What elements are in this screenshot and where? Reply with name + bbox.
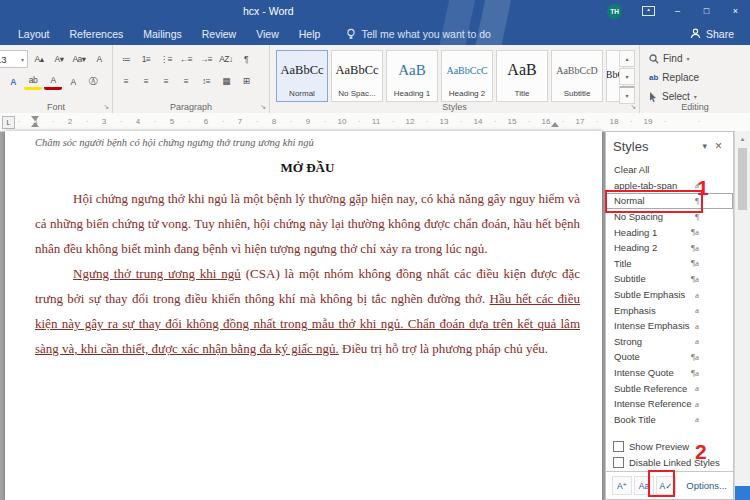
- align-center-button[interactable]: ≡: [137, 72, 155, 89]
- bullets-button[interactable]: ≔: [117, 50, 135, 67]
- tab-layout[interactable]: Layout: [8, 22, 60, 45]
- manage-styles-button[interactable]: A✓: [656, 476, 676, 495]
- style-type-marker: a: [695, 336, 699, 346]
- styles-pane-footer-buttons: A⁺AaA✓: [612, 476, 676, 495]
- disable-linked-styles-checkbox[interactable]: Disable Linked Styles: [613, 455, 720, 469]
- ruler-number: 6: [204, 117, 208, 126]
- horizontal-ruler[interactable]: L ·1·2·3·4·5·6·7·8·9·10·11·12·13·14·15·1…: [0, 113, 750, 132]
- align-right-button[interactable]: ≡: [157, 72, 175, 89]
- document-page[interactable]: Chăm sóc người bệnh có hội chứng ngưng t…: [5, 131, 602, 500]
- font-size-combobox[interactable]: 13 ▾: [0, 50, 28, 68]
- style-item-strong[interactable]: Stronga: [606, 334, 733, 350]
- justify-button[interactable]: ≡: [177, 72, 195, 89]
- select-cursor-icon: [649, 92, 658, 102]
- clear-formatting-button[interactable]: A: [90, 51, 108, 68]
- style-item-intense-emphasis[interactable]: Intense Emphasisa: [606, 318, 733, 334]
- style-item-no-spacing[interactable]: No Spacing¶: [606, 209, 733, 225]
- decrease-indent-button[interactable]: ←≡: [177, 50, 195, 67]
- style-item-book-title[interactable]: Book Titlea: [606, 412, 733, 428]
- tab-help[interactable]: Help: [289, 22, 331, 45]
- style-item-emphasis[interactable]: Emphasisa: [606, 302, 733, 318]
- right-indent-marker[interactable]: [551, 122, 559, 127]
- paragraph-dialog-launcher[interactable]: ↘: [260, 103, 266, 111]
- shading-button[interactable]: ▦: [217, 72, 235, 89]
- replace-button[interactable]: ab Replace: [640, 68, 750, 87]
- line-spacing-button[interactable]: ↕≡: [197, 72, 215, 89]
- options-link[interactable]: Options...: [686, 480, 727, 491]
- character-shading-button[interactable]: A: [64, 73, 82, 90]
- style-gallery-item-heading-1[interactable]: AaBHeading 1: [386, 50, 438, 102]
- show-marks-button[interactable]: ¶: [237, 50, 255, 67]
- ribbon-display-options-button[interactable]: ▴: [634, 0, 663, 22]
- styles-dialog-launcher[interactable]: ↘: [630, 103, 636, 111]
- scrollbar-thumb[interactable]: [738, 148, 747, 210]
- style-gallery-item-subtitle[interactable]: AaBbCcDSubtitle: [551, 50, 603, 102]
- style-item-label: Subtle Emphasis: [614, 289, 685, 300]
- multilevel-list-button[interactable]: ⋮≡: [157, 50, 175, 67]
- style-item-label: Heading 1: [614, 227, 657, 238]
- highlight-color-button[interactable]: ab: [24, 73, 42, 90]
- style-item-title[interactable]: Title¶a: [606, 256, 733, 272]
- styles-pane-menu-icon[interactable]: ▾: [698, 141, 711, 151]
- vertical-scrollbar[interactable]: ▲: [734, 131, 750, 500]
- find-button[interactable]: Find ▾: [640, 49, 750, 68]
- style-label: Heading 2: [449, 89, 485, 101]
- show-preview-checkbox[interactable]: Show Preview: [613, 439, 689, 453]
- style-item-subtle-emphasis[interactable]: Subtle Emphasisa: [606, 287, 733, 303]
- style-item-subtle-reference[interactable]: Subtle Referencea: [606, 380, 733, 396]
- numbering-button[interactable]: 1≡: [137, 50, 155, 67]
- tell-me-box[interactable]: Tell me what you want to do: [346, 28, 491, 40]
- style-item-clear-all[interactable]: Clear All: [606, 162, 733, 178]
- text-effects-button[interactable]: A: [4, 73, 22, 90]
- account-avatar[interactable]: TH: [607, 4, 622, 19]
- style-inspector-button[interactable]: Aa: [634, 476, 654, 495]
- ruler-dot: ·: [222, 117, 225, 126]
- ruler-dot: ·: [290, 117, 293, 126]
- share-button[interactable]: Share: [690, 28, 734, 40]
- style-item-normal[interactable]: Normal¶: [606, 193, 733, 209]
- style-gallery-item-normal[interactable]: AaBbCcNormal: [276, 50, 328, 102]
- checkbox-icon: [613, 441, 624, 452]
- minimize-button[interactable]: –: [663, 0, 692, 22]
- style-gallery-item-no-spacing[interactable]: AaBbCcNo Spac...: [331, 50, 383, 102]
- scroll-up-icon[interactable]: ▲: [735, 131, 750, 146]
- style-item-intense-quote[interactable]: Intense Quote¶a: [606, 365, 733, 381]
- style-gallery-item-title[interactable]: AaBTitle: [496, 50, 548, 102]
- align-left-button[interactable]: ≡: [117, 72, 135, 89]
- ruler-dot: ·: [188, 117, 191, 126]
- tab-references[interactable]: References: [60, 22, 134, 45]
- sort-button[interactable]: AZ↓: [217, 50, 235, 67]
- borders-button[interactable]: ⊞: [237, 72, 255, 89]
- style-item-heading-2[interactable]: Heading 2¶a: [606, 240, 733, 256]
- maximize-button[interactable]: □: [692, 0, 721, 22]
- font-dialog-launcher[interactable]: ↘: [103, 103, 109, 111]
- checkbox-icon: [613, 457, 624, 468]
- select-caret-icon: ▾: [694, 93, 697, 100]
- style-item-subtitle[interactable]: Subtitle¶a: [606, 271, 733, 287]
- font-color-button[interactable]: A: [44, 73, 62, 90]
- style-item-quote[interactable]: Quote¶a: [606, 349, 733, 365]
- ruler-tab-selector[interactable]: L: [2, 116, 15, 129]
- gallery-scroll-up-icon[interactable]: ▴: [619, 50, 635, 67]
- tab-review[interactable]: Review: [192, 22, 246, 45]
- style-item-apple-tab-span[interactable]: apple-tab-spana: [606, 178, 733, 194]
- gallery-scroll-down-icon[interactable]: ▾: [619, 68, 635, 85]
- enclose-characters-button[interactable]: Ⓐ: [84, 73, 102, 90]
- styles-pane-close-icon[interactable]: ×: [711, 139, 726, 153]
- style-preview: AaBbCc: [335, 51, 378, 89]
- increase-indent-button[interactable]: →≡: [197, 50, 215, 67]
- tab-view[interactable]: View: [246, 22, 289, 45]
- style-item-intense-reference[interactable]: Intense Referencea: [606, 396, 733, 412]
- shrink-font-button[interactable]: A▾: [50, 51, 68, 68]
- close-button[interactable]: ×: [721, 0, 750, 22]
- style-item-heading-1[interactable]: Heading 1¶a: [606, 224, 733, 240]
- share-person-icon: [690, 28, 701, 39]
- tab-mailings[interactable]: Mailings: [133, 22, 192, 45]
- style-gallery-item-heading-2[interactable]: AaBbCcCHeading 2: [441, 50, 493, 102]
- style-item-label: Normal: [614, 195, 645, 206]
- new-style-button[interactable]: A⁺: [612, 476, 632, 495]
- grow-font-button[interactable]: A▴: [30, 51, 48, 68]
- hanging-indent-marker[interactable]: [31, 122, 39, 127]
- change-case-button[interactable]: Aa▾: [70, 51, 88, 68]
- first-line-indent-marker[interactable]: [31, 116, 39, 121]
